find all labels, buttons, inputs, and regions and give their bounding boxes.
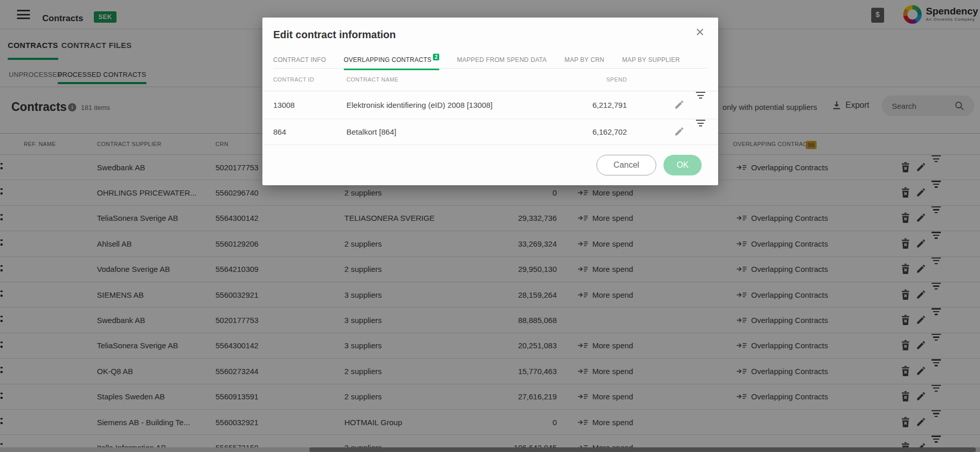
modal-tab-overlapping-contracts[interactable]: OVERLAPPING CONTRACTS2: [344, 56, 439, 70]
edit-button[interactable]: [674, 100, 684, 110]
edit-button[interactable]: [674, 126, 684, 137]
filter-button[interactable]: [695, 126, 706, 137]
modal-footer: Cancel OK: [262, 145, 718, 185]
cell-spend: 6,162,702: [520, 119, 627, 144]
cell-spend: 6,212,791: [520, 91, 627, 119]
col-spend: SPEND: [606, 76, 627, 83]
modal-tab-mapped-from-spend-data[interactable]: MAPPED FROM SPEND DATA: [457, 56, 546, 69]
edit-contract-modal: Edit contract information ✕ CONTRACT INF…: [262, 18, 718, 185]
modal-table-row: 864 Betalkort [864] 6,162,702: [262, 119, 718, 145]
modal-table-header: CONTRACT ID CONTRACT NAME SPEND: [262, 69, 718, 91]
col-contract-name: CONTRACT NAME: [346, 76, 398, 83]
overlapping-tab-badge: 2: [433, 54, 439, 60]
ok-button[interactable]: OK: [663, 155, 702, 175]
row-actions: [674, 119, 706, 144]
cell-contract-id: 13008: [273, 91, 340, 119]
modal-tabs: CONTRACT INFO OVERLAPPING CONTRACTS2 MAP…: [273, 55, 707, 69]
cell-contract-id: 864: [273, 119, 340, 144]
modal-tab-contract-info[interactable]: CONTRACT INFO: [273, 56, 326, 69]
filter-button[interactable]: [695, 100, 706, 110]
modal-tab-map-by-supplier[interactable]: MAP BY SUPPLIER: [622, 56, 680, 69]
row-actions: [674, 91, 706, 119]
col-contract-id: CONTRACT ID: [273, 76, 314, 83]
modal-tab-map-by-crn[interactable]: MAP BY CRN: [564, 56, 604, 69]
filter-icon: [695, 91, 706, 119]
filter-icon: [695, 119, 706, 144]
close-icon[interactable]: ✕: [695, 27, 705, 38]
pencil-icon: [674, 100, 684, 110]
pencil-icon: [674, 126, 684, 137]
modal-table-row: 13008 Elektronisk identifiering (eID) 20…: [262, 91, 718, 119]
cancel-button[interactable]: Cancel: [596, 155, 656, 175]
modal-title: Edit contract information: [273, 29, 396, 41]
